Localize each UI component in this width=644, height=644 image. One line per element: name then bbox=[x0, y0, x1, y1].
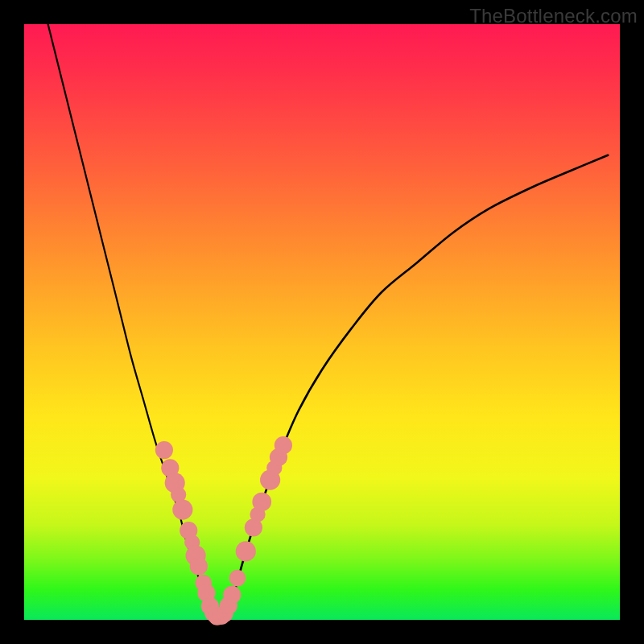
data-marker bbox=[190, 557, 208, 575]
data-marker bbox=[252, 493, 271, 512]
bottleneck-curve bbox=[227, 155, 609, 614]
data-marker bbox=[236, 541, 256, 561]
data-marker bbox=[223, 586, 241, 604]
curve-svg bbox=[24, 24, 620, 620]
chart-container: TheBottleneck.com bbox=[0, 0, 644, 644]
data-marker bbox=[155, 441, 173, 459]
marker-group bbox=[155, 436, 292, 625]
data-marker bbox=[275, 436, 292, 454]
data-marker bbox=[229, 570, 246, 587]
plot-area bbox=[24, 24, 620, 620]
curve-group bbox=[48, 24, 609, 617]
data-marker bbox=[172, 500, 192, 520]
